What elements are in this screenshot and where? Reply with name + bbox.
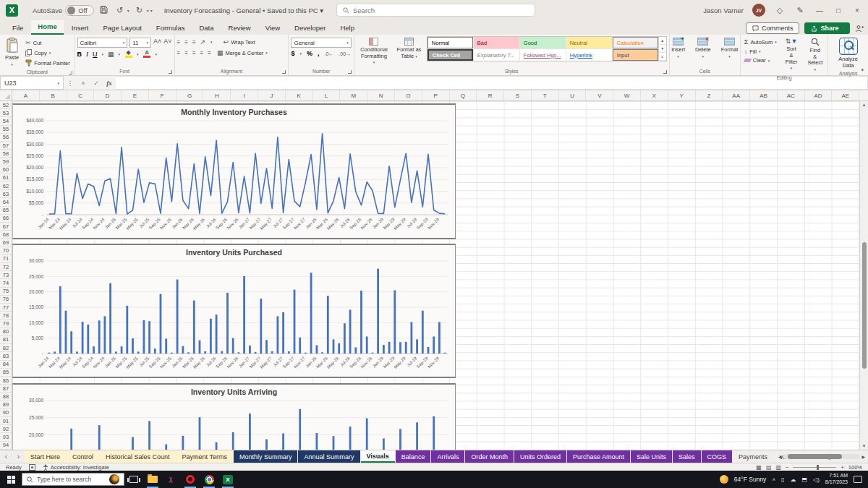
number-dialog-launcher[interactable]	[348, 70, 352, 74]
avatar[interactable]: JV	[752, 4, 765, 17]
column-header-ae[interactable]: AE	[832, 90, 859, 100]
row-header-62[interactable]: 62	[0, 182, 12, 190]
increase-decimal-icon[interactable]: .0←	[324, 51, 333, 56]
column-header-z[interactable]: Z	[696, 90, 723, 100]
column-header-x[interactable]: X	[641, 90, 668, 100]
start-button[interactable]	[0, 471, 22, 488]
row-header-72[interactable]: 72	[0, 263, 12, 271]
row-header-64[interactable]: 64	[0, 198, 12, 206]
zoom-level[interactable]: 100%	[848, 464, 862, 471]
accounting-format-icon[interactable]: $	[291, 50, 294, 57]
sheet-tab-sale-units[interactable]: Sale Units	[631, 450, 672, 463]
taskbar-search-box[interactable]: Type here to search	[22, 473, 124, 486]
hscroll-right-icon[interactable]: ▶	[861, 454, 865, 459]
sheet-nav-prev-icon[interactable]: ‹	[0, 450, 12, 463]
row-header-56[interactable]: 56	[0, 134, 12, 142]
task-view-button[interactable]	[124, 471, 143, 488]
align-bottom-icon[interactable]: ≡	[192, 39, 195, 46]
format-as-table-button[interactable]: Format as Table ▾	[393, 36, 425, 61]
row-header-61[interactable]: 61	[0, 174, 12, 182]
document-title[interactable]: Inventory Forecasting - General • Saved …	[164, 7, 323, 14]
conditional-formatting-button[interactable]: Conditional Formatting ▾	[357, 36, 391, 67]
column-header-e[interactable]: E	[122, 90, 149, 100]
horizontal-scrollbar[interactable]: ◀ ▶	[778, 453, 865, 461]
network-tray-icon[interactable]: ⬒	[801, 476, 807, 483]
number-format-select[interactable]: General▾	[291, 38, 351, 48]
snipping-tool-button[interactable]: ✂	[162, 471, 181, 488]
comments-button[interactable]: Comments	[746, 22, 800, 34]
row-header-77[interactable]: 77	[0, 304, 12, 312]
column-header-i[interactable]: I	[231, 90, 258, 100]
decrease-decimal-icon[interactable]: .00→	[339, 51, 351, 56]
ribbon-tab-data[interactable]: Data	[192, 22, 220, 35]
zoom-in-icon[interactable]: +	[841, 464, 843, 471]
decrease-font-icon[interactable]: A˅	[163, 38, 171, 48]
volume-tray-icon[interactable]: ◁)	[813, 476, 820, 483]
hidden-icons-chevron[interactable]: ˄	[772, 476, 775, 483]
copy-button[interactable]: Copy▾	[24, 48, 72, 57]
decrease-indent-icon[interactable]: ≡	[200, 50, 203, 56]
row-header-85[interactable]: 85	[0, 369, 12, 377]
accessibility-status[interactable]: Accessibility: Investigate	[43, 464, 109, 471]
cell-style-hyperlink[interactable]: Hyperlink	[566, 49, 612, 61]
column-header-n[interactable]: N	[367, 90, 395, 100]
row-header-86[interactable]: 86	[0, 377, 12, 385]
row-header-78[interactable]: 78	[0, 312, 12, 320]
increase-font-icon[interactable]: A˄	[153, 38, 161, 48]
font-color-button[interactable]: A	[143, 50, 151, 58]
sheet-tab-monthly-summary[interactable]: Monthly Summary	[234, 450, 298, 463]
autosave-toggle[interactable]: Off	[65, 5, 94, 16]
gallery-more-icon[interactable]: ≡	[659, 53, 666, 61]
align-right-icon[interactable]: ≡	[192, 50, 195, 56]
align-top-icon[interactable]: ≡	[177, 39, 180, 46]
macro-record-icon[interactable]	[29, 464, 35, 471]
column-header-w[interactable]: W	[613, 90, 641, 100]
format-painter-button[interactable]: Format Painter	[24, 59, 72, 67]
ribbon-tab-help[interactable]: Help	[333, 22, 361, 35]
sheet-tab-payments[interactable]: Payments	[733, 450, 773, 463]
column-header-f[interactable]: F	[149, 90, 176, 100]
excel-taskbar-button[interactable]: X	[218, 471, 237, 488]
restore-button[interactable]: □	[833, 7, 843, 14]
row-header-76[interactable]: 76	[0, 296, 12, 304]
row-header-65[interactable]: 65	[0, 207, 12, 215]
row-header-92[interactable]: 92	[0, 425, 12, 433]
column-header-m[interactable]: M	[340, 90, 367, 100]
align-left-icon[interactable]: ≡	[177, 50, 180, 56]
row-header-69[interactable]: 69	[0, 239, 12, 247]
user-name[interactable]: Jason Varner	[703, 7, 744, 14]
scroll-up-icon[interactable]: ▲	[862, 101, 867, 108]
column-header-l[interactable]: L	[313, 90, 341, 100]
column-header-r[interactable]: R	[477, 90, 504, 100]
weather-text[interactable]: 64°F Sunny	[734, 476, 767, 483]
ribbon-tab-developer[interactable]: Developer	[288, 22, 332, 35]
fill-color-button[interactable]: ◆	[124, 50, 132, 58]
taskbar-clock[interactable]: 7:51 AM8/17/2023	[825, 473, 848, 486]
column-header-s[interactable]: S	[504, 90, 532, 100]
sheet-tab-arrivals[interactable]: Arrivals	[431, 450, 464, 463]
row-header-52[interactable]: 52	[0, 101, 12, 109]
horizontal-scroll-thumb[interactable]	[788, 454, 842, 459]
share-button[interactable]: Share▾	[804, 22, 850, 34]
column-header-aa[interactable]: AA	[723, 90, 750, 100]
row-header-58[interactable]: 58	[0, 150, 12, 158]
action-center-icon[interactable]	[854, 476, 862, 483]
column-header-ab[interactable]: AB	[750, 90, 778, 100]
column-header-t[interactable]: T	[532, 90, 559, 100]
font-name-select[interactable]: Calibri▾	[77, 38, 128, 48]
row-header-94[interactable]: 94	[0, 442, 12, 450]
vertical-scroll-track[interactable]	[860, 108, 868, 442]
column-header-c[interactable]: C	[67, 90, 95, 100]
sheet-tab-cogs[interactable]: COGS	[702, 450, 733, 463]
delete-cells-button[interactable]: Delete▾	[692, 36, 714, 61]
column-header-ac[interactable]: AC	[778, 90, 805, 100]
italic-button[interactable]: I	[86, 51, 88, 58]
sheet-tab-units-ordered[interactable]: Units Ordered	[514, 450, 566, 463]
quick-access-customize-icon[interactable]: ▾	[150, 8, 153, 13]
row-header-87[interactable]: 87	[0, 385, 12, 393]
chrome-button[interactable]	[200, 471, 218, 488]
page-break-view-icon[interactable]: ▥	[775, 464, 781, 471]
chart-inventory-units-purchased[interactable]: Inventory Units Purchased -5,00010,00015…	[12, 244, 456, 378]
column-header-u[interactable]: U	[559, 90, 587, 100]
chart-inventory-units-arriving[interactable]: Inventory Units Arriving -5,00010,00015,…	[12, 383, 456, 450]
